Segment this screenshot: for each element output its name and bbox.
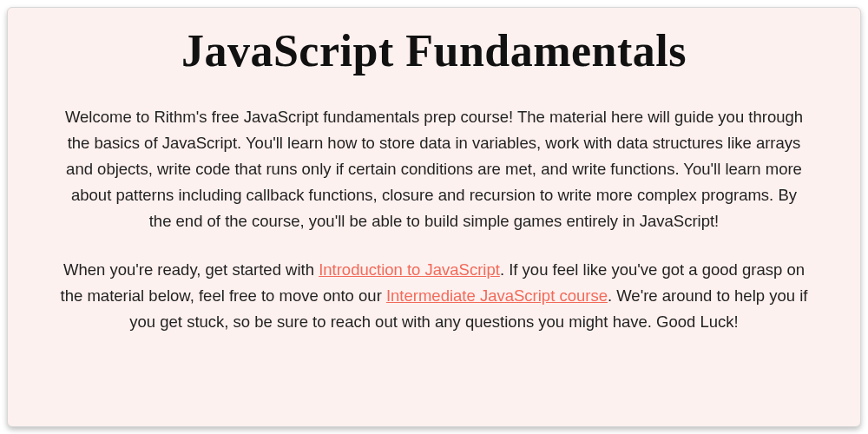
intermediate-javascript-link[interactable]: Intermediate JavaScript course	[386, 286, 608, 305]
intro-paragraph-1: Welcome to Rithm's free JavaScript funda…	[60, 104, 808, 234]
course-intro-card: JavaScript Fundamentals Welcome to Rithm…	[7, 7, 861, 427]
intro-paragraph-2: When you're ready, get started with Intr…	[60, 257, 808, 335]
intro-to-javascript-link[interactable]: Introduction to JavaScript	[319, 260, 500, 279]
page-title: JavaScript Fundamentals	[60, 25, 808, 76]
para2-text-a: When you're ready, get started with	[63, 260, 319, 279]
